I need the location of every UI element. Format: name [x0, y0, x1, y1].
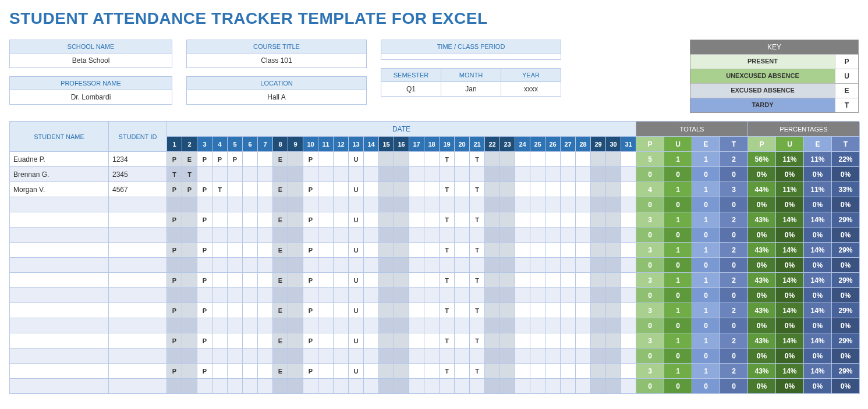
attendance-cell[interactable]	[364, 379, 379, 394]
attendance-cell[interactable]	[243, 212, 258, 227]
attendance-cell[interactable]	[591, 152, 606, 167]
attendance-cell[interactable]	[334, 243, 349, 258]
attendance-cell[interactable]	[545, 273, 561, 288]
attendance-cell[interactable]	[545, 227, 561, 243]
attendance-cell[interactable]	[288, 348, 303, 364]
attendance-cell[interactable]	[288, 167, 303, 182]
attendance-cell[interactable]	[576, 273, 591, 288]
attendance-cell[interactable]	[228, 273, 243, 288]
attendance-cell[interactable]	[606, 212, 621, 227]
attendance-cell[interactable]	[212, 227, 228, 243]
attendance-cell[interactable]	[561, 364, 576, 379]
attendance-cell[interactable]	[424, 303, 440, 318]
attendance-cell[interactable]	[379, 212, 394, 227]
student-name-cell[interactable]	[10, 333, 109, 348]
attendance-cell[interactable]	[576, 197, 591, 212]
attendance-cell[interactable]	[409, 333, 424, 348]
attendance-cell[interactable]	[424, 182, 440, 197]
attendance-cell[interactable]	[167, 227, 182, 243]
attendance-cell[interactable]	[561, 212, 576, 227]
attendance-cell[interactable]	[545, 212, 561, 227]
attendance-cell[interactable]	[288, 258, 303, 273]
attendance-cell[interactable]	[167, 379, 182, 394]
attendance-cell[interactable]: P	[197, 333, 212, 348]
attendance-cell[interactable]	[440, 197, 455, 212]
attendance-cell[interactable]	[288, 182, 303, 197]
attendance-cell[interactable]	[576, 182, 591, 197]
attendance-cell[interactable]	[212, 243, 228, 258]
attendance-cell[interactable]	[212, 212, 228, 227]
attendance-cell[interactable]	[318, 318, 334, 333]
attendance-cell[interactable]	[515, 258, 530, 273]
attendance-cell[interactable]	[243, 197, 258, 212]
attendance-cell[interactable]	[545, 379, 561, 394]
student-id-cell[interactable]	[109, 227, 167, 243]
attendance-cell[interactable]	[349, 197, 364, 212]
attendance-cell[interactable]	[515, 333, 530, 348]
attendance-cell[interactable]	[606, 288, 621, 303]
attendance-cell[interactable]	[470, 258, 485, 273]
attendance-cell[interactable]	[561, 197, 576, 212]
attendance-cell[interactable]	[349, 288, 364, 303]
attendance-cell[interactable]	[197, 258, 212, 273]
attendance-cell[interactable]	[288, 303, 303, 318]
attendance-cell[interactable]	[621, 212, 636, 227]
attendance-cell[interactable]	[228, 288, 243, 303]
attendance-cell[interactable]	[485, 167, 500, 182]
student-name-cell[interactable]	[10, 303, 109, 318]
student-name-cell[interactable]	[10, 243, 109, 258]
attendance-cell[interactable]	[606, 227, 621, 243]
attendance-cell[interactable]	[228, 212, 243, 227]
attendance-cell[interactable]	[591, 364, 606, 379]
attendance-cell[interactable]	[485, 273, 500, 288]
attendance-cell[interactable]	[197, 288, 212, 303]
attendance-cell[interactable]	[530, 288, 545, 303]
attendance-cell[interactable]	[440, 258, 455, 273]
attendance-cell[interactable]	[606, 303, 621, 318]
attendance-cell[interactable]	[258, 273, 273, 288]
attendance-cell[interactable]	[334, 167, 349, 182]
attendance-cell[interactable]	[515, 182, 530, 197]
attendance-cell[interactable]	[500, 258, 515, 273]
attendance-cell[interactable]: P	[303, 152, 318, 167]
attendance-cell[interactable]	[515, 364, 530, 379]
attendance-cell[interactable]: U	[349, 182, 364, 197]
attendance-cell[interactable]: P	[197, 303, 212, 318]
attendance-cell[interactable]	[394, 333, 409, 348]
attendance-cell[interactable]	[243, 152, 258, 167]
attendance-cell[interactable]	[379, 303, 394, 318]
attendance-cell[interactable]	[303, 318, 318, 333]
attendance-cell[interactable]	[258, 227, 273, 243]
attendance-cell[interactable]	[424, 167, 440, 182]
attendance-cell[interactable]: T	[470, 152, 485, 167]
attendance-cell[interactable]	[212, 273, 228, 288]
attendance-cell[interactable]	[500, 243, 515, 258]
attendance-cell[interactable]	[530, 212, 545, 227]
attendance-cell[interactable]	[545, 318, 561, 333]
attendance-cell[interactable]	[182, 243, 197, 258]
attendance-cell[interactable]	[379, 167, 394, 182]
attendance-cell[interactable]	[212, 288, 228, 303]
attendance-cell[interactable]	[212, 303, 228, 318]
attendance-cell[interactable]	[318, 182, 334, 197]
attendance-cell[interactable]: E	[273, 243, 288, 258]
attendance-cell[interactable]	[576, 318, 591, 333]
attendance-cell[interactable]	[530, 243, 545, 258]
attendance-cell[interactable]	[409, 379, 424, 394]
attendance-cell[interactable]	[364, 227, 379, 243]
attendance-cell[interactable]	[364, 197, 379, 212]
attendance-cell[interactable]	[228, 379, 243, 394]
attendance-cell[interactable]: P	[303, 182, 318, 197]
time-period-value[interactable]	[381, 54, 561, 59]
attendance-cell[interactable]	[258, 182, 273, 197]
attendance-cell[interactable]	[258, 197, 273, 212]
attendance-cell[interactable]	[515, 303, 530, 318]
attendance-cell[interactable]	[288, 197, 303, 212]
attendance-cell[interactable]	[258, 288, 273, 303]
attendance-cell[interactable]	[318, 333, 334, 348]
attendance-cell[interactable]	[545, 288, 561, 303]
attendance-cell[interactable]	[515, 348, 530, 364]
attendance-cell[interactable]	[318, 379, 334, 394]
attendance-cell[interactable]: P	[167, 303, 182, 318]
attendance-cell[interactable]	[364, 182, 379, 197]
